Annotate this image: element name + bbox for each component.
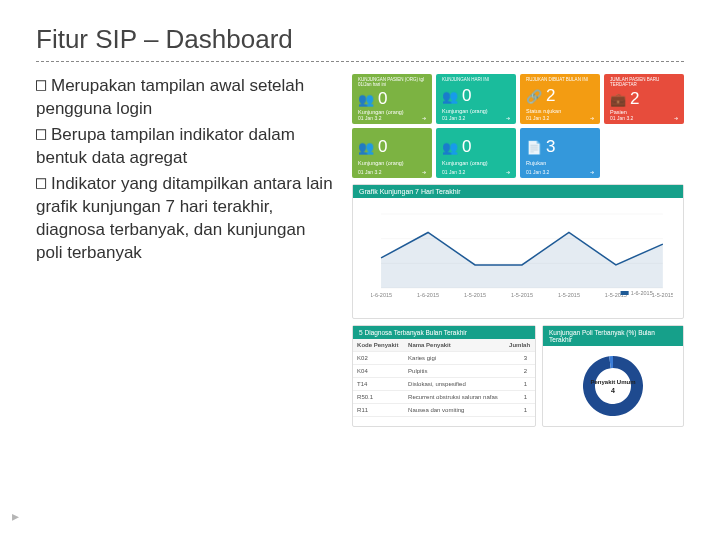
donut-panel: Kunjungan Poli Terbanyak (%) Bulan Terak…	[542, 325, 684, 427]
table-row: K02Karies gigi3	[353, 352, 535, 365]
stat-cards: KUNJUNGAN PASIEN (ORG) tgl 01/Jan hari i…	[352, 74, 684, 178]
stat-card: 📄3Rujukan01 Jan 3.2➔	[520, 128, 600, 178]
svg-text:1-6-2015: 1-6-2015	[631, 290, 653, 296]
checkbox-icon: □	[36, 123, 46, 143]
svg-text:1-5-2015: 1-5-2015	[464, 292, 486, 298]
diagnosa-table-title: 5 Diagnosa Terbanyak Bulan Terakhir	[353, 326, 535, 339]
table-header: Kode Penyakit	[353, 339, 404, 352]
card-icon: 🔗	[526, 89, 542, 104]
table-row: K04Pulpitis2	[353, 365, 535, 378]
card-icon: 👥	[358, 140, 374, 155]
card-footer: 01 Jan 3.2➔	[610, 115, 678, 121]
table-header: Nama Penyakit	[404, 339, 505, 352]
table-cell: Dislokasi, unspesified	[404, 378, 505, 391]
table-cell: K02	[353, 352, 404, 365]
stat-card: 👥0Kunjungan (orang)01 Jan 3.2➔	[352, 128, 432, 178]
line-chart-panel: Grafik Kunjungan 7 Hari Terakhir 1-6-201…	[352, 184, 684, 319]
card-header: RUJUKAN DIBUAT BULAN INI	[526, 78, 594, 83]
bullet-text: Merupakan tampilan awal setelah pengguna…	[36, 76, 304, 118]
card-icon: 👥	[358, 92, 374, 107]
stat-card: RUJUKAN DIBUAT BULAN INI🔗2Status rujukan…	[520, 74, 600, 124]
table-cell: 1	[505, 391, 535, 404]
card-footer: 01 Jan 3.2➔	[526, 115, 594, 121]
line-chart: 1-6-20151-6-20151-5-20151-5-20151-5-2015…	[371, 206, 673, 306]
card-label: Kunjungan (orang)	[442, 108, 510, 114]
title-divider	[36, 61, 684, 62]
card-header: KUNJUNGAN HARI INI	[442, 78, 510, 83]
bullet-text: Berupa tampilan indikator dalam bentuk d…	[36, 125, 295, 167]
checkbox-icon: □	[36, 74, 46, 94]
svg-text:1-5-2015: 1-5-2015	[511, 292, 533, 298]
table-cell: Nausea dan vomiting	[404, 404, 505, 417]
card-value: 0	[462, 86, 471, 106]
card-footer: 01 Jan 3.2➔	[358, 115, 426, 121]
table-cell: R11	[353, 404, 404, 417]
line-chart-title: Grafik Kunjungan 7 Hari Terakhir	[353, 185, 683, 198]
card-footer: 01 Jan 3.2➔	[442, 169, 510, 175]
svg-text:1-5-2015: 1-5-2015	[558, 292, 580, 298]
checkbox-icon: □	[36, 172, 46, 192]
card-value: 2	[630, 89, 639, 109]
card-icon: 👥	[442, 140, 458, 155]
table-row: R50.1Recurrent obstruksi saluran nafas1	[353, 391, 535, 404]
table-row: T14Dislokasi, unspesified1	[353, 378, 535, 391]
card-icon: 📄	[526, 140, 542, 155]
diagnosa-table-panel: 5 Diagnosa Terbanyak Bulan Terakhir Kode…	[352, 325, 536, 427]
card-icon: 💼	[610, 92, 626, 107]
arrow-icon: ➔	[506, 115, 510, 121]
card-label: Kunjungan (orang)	[358, 160, 426, 166]
slide-marker-icon: ▸	[12, 508, 19, 524]
card-label: Rujukan	[526, 160, 594, 166]
donut-chart: Penyakit Umum4	[574, 347, 652, 425]
table-header: Jumlah	[505, 339, 535, 352]
table-row: R11Nausea dan vomiting1	[353, 404, 535, 417]
card-footer: 01 Jan 3.2➔	[358, 169, 426, 175]
svg-text:Penyakit Umum: Penyakit Umum	[591, 379, 636, 385]
card-header: KUNJUNGAN PASIEN (ORG) tgl 01/Jan hari i…	[358, 78, 426, 87]
arrow-icon: ➔	[422, 115, 426, 121]
svg-rect-11	[621, 291, 629, 295]
table-cell: 1	[505, 378, 535, 391]
table-cell: T14	[353, 378, 404, 391]
dashboard-preview: KUNJUNGAN PASIEN (ORG) tgl 01/Jan hari i…	[352, 74, 684, 427]
arrow-icon: ➔	[674, 115, 678, 121]
card-footer: 01 Jan 3.2➔	[442, 115, 510, 121]
table-cell: R50.1	[353, 391, 404, 404]
arrow-icon: ➔	[590, 115, 594, 121]
svg-text:4: 4	[611, 387, 615, 394]
card-header: JUMLAH PASIEN BARU TERDAFTAR	[610, 78, 678, 87]
table-cell: K04	[353, 365, 404, 378]
card-value: 0	[378, 89, 387, 109]
stat-card: KUNJUNGAN PASIEN (ORG) tgl 01/Jan hari i…	[352, 74, 432, 124]
diagnosa-table: Kode PenyakitNama PenyakitJumlah K02Kari…	[353, 339, 535, 417]
arrow-icon: ➔	[590, 169, 594, 175]
card-value: 3	[546, 137, 555, 157]
table-cell: 1	[505, 404, 535, 417]
card-value: 2	[546, 86, 555, 106]
table-cell: 3	[505, 352, 535, 365]
card-value: 0	[378, 137, 387, 157]
card-footer: 01 Jan 3.2➔	[526, 169, 594, 175]
table-cell: Recurrent obstruksi saluran nafas	[404, 391, 505, 404]
table-cell: Pulpitis	[404, 365, 505, 378]
arrow-icon: ➔	[422, 169, 426, 175]
table-cell: 2	[505, 365, 535, 378]
svg-text:1-6-2015: 1-6-2015	[417, 292, 439, 298]
donut-title: Kunjungan Poli Terbanyak (%) Bulan Terak…	[543, 326, 683, 346]
bullet-list: □ Merupakan tampilan awal setelah penggu…	[36, 74, 334, 427]
arrow-icon: ➔	[506, 169, 510, 175]
card-label: Status rujukan	[526, 108, 594, 114]
bullet-text: Indikator yang ditampilkan antara lain g…	[36, 174, 333, 262]
stat-card: KUNJUNGAN HARI INI👥0Kunjungan (orang)01 …	[436, 74, 516, 124]
svg-text:1-6-2015: 1-6-2015	[371, 292, 392, 298]
card-label: Kunjungan (orang)	[442, 160, 510, 166]
stat-card: JUMLAH PASIEN BARU TERDAFTAR💼2Pasien01 J…	[604, 74, 684, 124]
card-value: 0	[462, 137, 471, 157]
card-icon: 👥	[442, 89, 458, 104]
slide-title: Fitur SIP – Dashboard	[36, 24, 684, 55]
svg-text:1-5-2015: 1-5-2015	[652, 292, 673, 298]
table-cell: Karies gigi	[404, 352, 505, 365]
stat-card: 👥0Kunjungan (orang)01 Jan 3.2➔	[436, 128, 516, 178]
